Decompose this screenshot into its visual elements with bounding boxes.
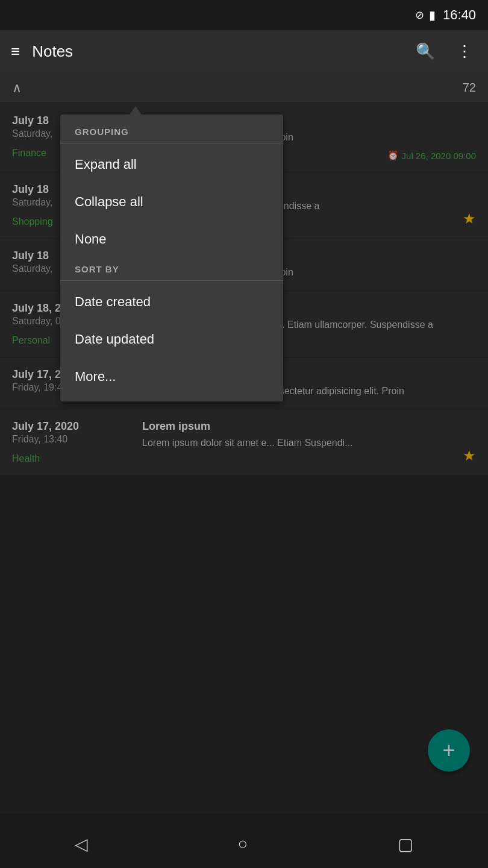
expand-all-item[interactable]: Expand all — [60, 146, 283, 183]
search-icon[interactable]: 🔍 — [411, 37, 440, 66]
sim-icon: ⊘ — [415, 8, 424, 22]
group-count: 72 — [463, 81, 476, 95]
divider — [60, 143, 283, 143]
group-header[interactable]: ∧ 72 — [0, 72, 488, 104]
status-bar: ⊘ ▮ 16:40 — [0, 0, 488, 30]
more-icon[interactable]: ⋮ — [452, 37, 477, 66]
app-bar: ≡ Notes 🔍 ⋮ — [0, 30, 488, 72]
status-icons: ⊘ ▮ — [415, 8, 436, 22]
back-button[interactable]: ◁ — [57, 828, 106, 860]
bottom-nav: ◁ ○ ▢ — [0, 820, 488, 868]
home-button[interactable]: ○ — [220, 828, 266, 860]
none-item[interactable]: None — [60, 221, 283, 258]
status-time: 16:40 — [443, 7, 476, 23]
grouping-label: GROUPING — [60, 121, 283, 140]
sort-by-label: SORT BY — [60, 258, 283, 278]
date-updated-item[interactable]: Date updated — [60, 321, 283, 358]
more-item[interactable]: More... — [60, 358, 283, 395]
menu-icon[interactable]: ≡ — [11, 42, 20, 61]
recents-button[interactable]: ▢ — [380, 828, 431, 860]
battery-icon: ▮ — [429, 8, 436, 22]
collapse-all-item[interactable]: Collapse all — [60, 183, 283, 221]
dropdown-menu: GROUPING Expand all Collapse all None SO… — [60, 115, 283, 401]
date-created-item[interactable]: Date created — [60, 283, 283, 321]
chevron-up-icon[interactable]: ∧ — [12, 80, 22, 96]
divider — [60, 280, 283, 281]
app-title: Notes — [32, 42, 399, 61]
dropdown-caret — [130, 106, 142, 115]
notes-container: ∧ 72 July 18 Saturday, Finance Lorem ips… — [0, 72, 488, 814]
